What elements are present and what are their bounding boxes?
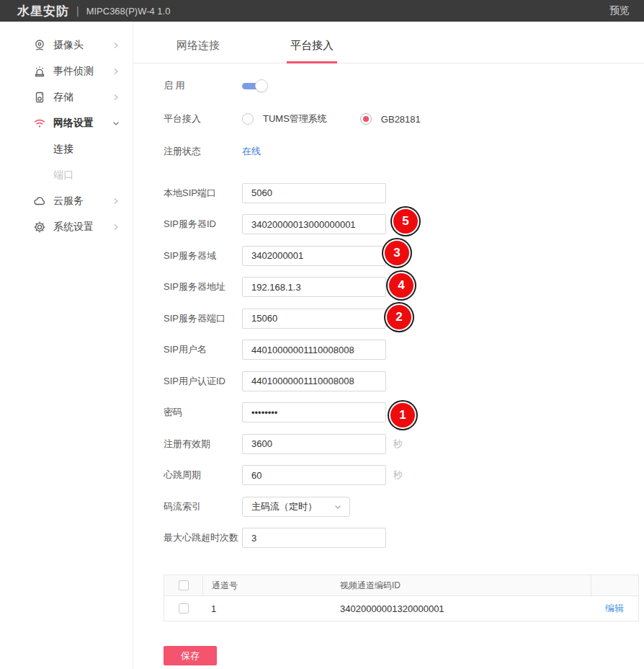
- brand-logo: 水星安防: [17, 3, 69, 19]
- enable-label: 启 用: [164, 79, 242, 92]
- register-status-label: 注册状态: [164, 145, 242, 158]
- register-status-value[interactable]: 在线: [242, 145, 261, 158]
- sidebar-item-label: 网络设置: [53, 117, 94, 130]
- radio-circle-icon: [360, 113, 372, 125]
- sidebar-item-camera[interactable]: 摄像头: [0, 32, 133, 58]
- sidebar-item-cloud-service[interactable]: 云服务: [0, 188, 133, 214]
- platform-type-row: 平台接入 TUMS管理系统 GB28181: [164, 108, 644, 130]
- sidebar-item-storage[interactable]: 存储: [0, 84, 133, 110]
- sidebar-item-network-settings[interactable]: 网络设置: [0, 110, 133, 136]
- platform-radio-group: TUMS管理系统 GB28181: [242, 112, 421, 125]
- table-row: 1 34020000001320000001 编辑: [164, 595, 638, 621]
- annotation-badge-3: 3: [385, 241, 409, 265]
- sidebar-subitem-connection[interactable]: 连接: [0, 136, 133, 162]
- max-heartbeat-timeout-input[interactable]: [242, 528, 386, 548]
- heartbeat-period-input[interactable]: [242, 465, 386, 485]
- register-status-row: 注册状态 在线: [164, 141, 644, 162]
- edit-link[interactable]: 编辑: [605, 602, 624, 615]
- save-button[interactable]: 保存: [164, 646, 217, 665]
- annotation-badge-5: 5: [393, 209, 418, 234]
- field-label: SIP用户名: [164, 343, 242, 356]
- toggle-knob: [255, 79, 268, 92]
- field-label: SIP服务器端口: [164, 312, 242, 325]
- sip-server-id-input[interactable]: [242, 214, 386, 234]
- field-label: SIP服务器ID: [164, 218, 242, 231]
- tab-platform-access[interactable]: 平台接入: [287, 39, 337, 63]
- row-checkbox[interactable]: [179, 603, 189, 613]
- storage-icon: [33, 91, 46, 104]
- enable-toggle[interactable]: [242, 79, 268, 93]
- sidebar-item-label: 系统设置: [53, 221, 94, 234]
- annotation-badge-1: 1: [390, 403, 415, 427]
- tab-bar: 网络连接 平台接入: [133, 22, 644, 63]
- sip-username-input[interactable]: [242, 340, 386, 360]
- max-heartbeat-timeout-row: 最大心跳超时次数: [164, 523, 644, 554]
- annotation-badge-2: 2: [387, 305, 411, 329]
- video-channel-id-cell: 34020000001320000001: [340, 603, 444, 614]
- seconds-suffix: 秒: [393, 469, 403, 482]
- local-sip-port-row: 本地SIP端口: [164, 177, 644, 209]
- column-header-actions: [591, 575, 638, 595]
- sidebar-item-label: 云服务: [53, 195, 84, 208]
- tab-network-connection[interactable]: 网络连接: [173, 39, 223, 63]
- sip-username-row: SIP用户名: [164, 334, 644, 366]
- main-content: 网络连接 平台接入 启 用 平台接入 TUMS管理系统 GB28181: [133, 22, 644, 669]
- sip-server-port-input[interactable]: [242, 309, 386, 329]
- field-label: 心跳周期: [164, 469, 242, 482]
- seconds-suffix: 秒: [393, 438, 403, 451]
- sidebar-item-event-detection[interactable]: 事件侦测: [0, 58, 133, 84]
- sidebar-subitem-label: 连接: [53, 143, 73, 156]
- chevron-right-icon: [112, 198, 120, 205]
- enable-row: 启 用: [164, 75, 644, 97]
- heartbeat-period-row: 心跳周期 秒: [164, 460, 644, 492]
- radio-tums[interactable]: TUMS管理系统: [242, 112, 327, 125]
- select-all-checkbox[interactable]: [179, 580, 189, 590]
- stream-index-select[interactable]: 主码流（定时）: [242, 497, 350, 517]
- field-label: SIP服务器地址: [164, 280, 242, 293]
- sidebar-item-label: 摄像头: [53, 39, 84, 52]
- channel-table: 通道号 视频通道编码ID 1 34020000001320000001 编辑: [164, 575, 639, 621]
- sip-server-address-input[interactable]: [242, 277, 386, 297]
- sip-fields: 本地SIP端口 SIP服务器ID SIP服务器域 SIP服务器地址 SIP服务器…: [164, 177, 644, 554]
- sidebar-item-label: 存储: [53, 91, 73, 104]
- topbar: 水星安防 | MIPC368(P)W-4 1.0 预览: [0, 0, 644, 22]
- chevron-right-icon: [112, 94, 120, 101]
- gear-icon: [33, 221, 46, 234]
- radio-label: TUMS管理系统: [263, 112, 327, 125]
- radio-gb28181[interactable]: GB28181: [360, 113, 421, 125]
- radio-label: GB28181: [381, 114, 421, 125]
- chevron-down-icon: [334, 502, 342, 511]
- local-sip-port-input[interactable]: [242, 183, 386, 203]
- preview-link[interactable]: 预览: [609, 4, 630, 17]
- field-label: 本地SIP端口: [164, 187, 242, 200]
- sidebar: 摄像头 事件侦测 存储: [0, 22, 133, 669]
- sidebar-item-system-settings[interactable]: 系统设置: [0, 214, 133, 240]
- password-input[interactable]: [242, 402, 386, 422]
- radio-circle-icon: [242, 113, 254, 125]
- wifi-icon: [33, 117, 46, 130]
- chevron-down-icon: [112, 120, 120, 127]
- platform-access-form: 启 用 平台接入 TUMS管理系统 GB28181 注册状态 在线: [133, 75, 644, 665]
- device-model: MIPC368(P)W-4 1.0: [86, 6, 171, 17]
- sidebar-subitem-port[interactable]: 端口: [0, 162, 133, 188]
- camera-icon: [33, 39, 46, 52]
- chevron-right-icon: [112, 223, 120, 231]
- alarm-icon: [33, 65, 46, 78]
- channel-number-cell: 1: [211, 603, 216, 614]
- sidebar-item-label: 事件侦测: [53, 65, 94, 78]
- field-label: 注册有效期: [164, 438, 242, 451]
- column-header-video-id: 视频通道编码ID: [340, 580, 401, 592]
- chevron-right-icon: [112, 68, 120, 75]
- channel-table-header: 通道号 视频通道编码ID: [164, 575, 638, 595]
- field-label: 密码: [164, 406, 242, 419]
- platform-type-label: 平台接入: [164, 112, 242, 125]
- sip-auth-id-row: SIP用户认证ID: [164, 365, 644, 397]
- field-label: SIP用户认证ID: [164, 375, 242, 388]
- select-value: 主码流（定时）: [251, 500, 317, 513]
- logo-divider: |: [76, 5, 79, 17]
- sip-server-domain-input[interactable]: [242, 246, 386, 266]
- sip-auth-id-input[interactable]: [242, 371, 386, 391]
- cloud-icon: [33, 195, 46, 208]
- column-header-channel: 通道号: [212, 580, 238, 592]
- register-validity-input[interactable]: [242, 434, 386, 454]
